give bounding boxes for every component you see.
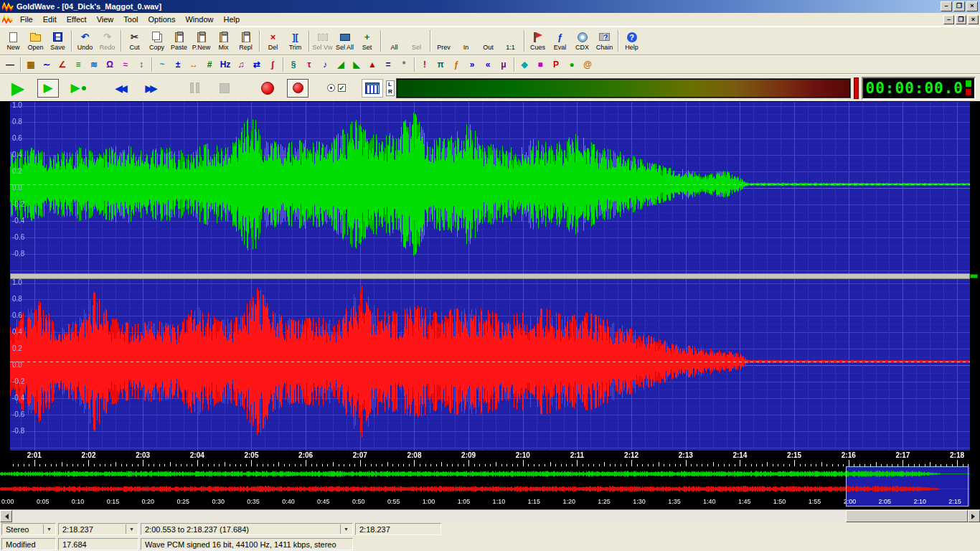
menu-item-tool[interactable]: Tool: [118, 14, 143, 25]
set-selection-button[interactable]: +Set: [356, 28, 378, 55]
zoom-all-button[interactable]: All: [383, 28, 405, 55]
scroll-left-button[interactable]: [0, 510, 12, 522]
offset-button[interactable]: ±: [170, 57, 186, 72]
copy-button[interactable]: Copy: [146, 28, 168, 55]
zoom-previous-button[interactable]: Prev: [433, 28, 455, 55]
play-from-button[interactable]: ▶: [65, 77, 92, 99]
open-button[interactable]: Open: [24, 28, 47, 55]
play-button[interactable]: ▶: [4, 77, 32, 99]
expression-button[interactable]: ƒ: [448, 57, 464, 72]
select-all-button[interactable]: Sel All: [334, 28, 356, 55]
zoom-1-1-button[interactable]: 1:1: [499, 28, 522, 55]
child-close-button[interactable]: ×: [968, 15, 979, 24]
child-restore-button[interactable]: ❐: [956, 15, 966, 24]
smoother-button[interactable]: §: [286, 57, 301, 72]
replace-button[interactable]: Repl: [235, 28, 257, 55]
resample-button[interactable]: Hz: [217, 57, 233, 72]
record-button[interactable]: [254, 77, 281, 99]
menu-item-help[interactable]: Help: [219, 14, 245, 25]
mechanize-button[interactable]: ▦: [23, 57, 39, 72]
filter-button[interactable]: Ω: [102, 57, 118, 72]
restore-button[interactable]: ❐: [953, 1, 965, 11]
cues-button[interactable]: Cues: [527, 28, 549, 55]
levels-button[interactable]: [362, 79, 383, 98]
menu-item-effect[interactable]: Effect: [62, 14, 92, 25]
rewind-button[interactable]: ◀◀: [108, 77, 135, 99]
zoom-out-button[interactable]: Out: [477, 28, 499, 55]
horizontal-scrollbar[interactable]: [0, 509, 980, 522]
pan-button[interactable]: ↔: [186, 57, 202, 72]
fade-in-button[interactable]: ◢: [333, 57, 349, 72]
monitor-button[interactable]: ●: [564, 57, 580, 72]
scroll-right-button[interactable]: [968, 510, 980, 522]
parametric-eq-button[interactable]: π: [433, 57, 448, 72]
stereo-center-button[interactable]: ◆: [517, 57, 532, 72]
channel-splitter[interactable]: [10, 273, 970, 279]
playback-rate-button[interactable]: »: [464, 57, 480, 72]
time-warp-button[interactable]: τ: [301, 57, 317, 72]
speed-button[interactable]: «: [480, 57, 496, 72]
echo-button[interactable]: ≡: [70, 57, 86, 72]
invert-button[interactable]: ↕: [133, 57, 149, 72]
paste-button[interactable]: Paste: [168, 28, 190, 55]
child-minimize-button[interactable]: –: [943, 15, 954, 24]
splitter-grip[interactable]: [970, 274, 978, 278]
zoom-in-button[interactable]: In: [455, 28, 477, 55]
trim-button[interactable]: ][Trim: [284, 28, 306, 55]
time-ruler[interactable]: [10, 451, 970, 466]
volume-button[interactable]: ♪: [317, 57, 333, 72]
voice-over-button[interactable]: μ: [496, 57, 512, 72]
match-volume-button[interactable]: =: [380, 57, 396, 72]
help-button[interactable]: ?Help: [621, 28, 643, 55]
save-button[interactable]: Save: [47, 28, 69, 55]
pitch-button[interactable]: #: [202, 57, 217, 72]
cut-button[interactable]: ✂Cut: [123, 28, 146, 55]
doppler-button[interactable]: ∼: [39, 57, 55, 72]
fade-out-button[interactable]: ◣: [349, 57, 364, 72]
toolbar-separator: [71, 30, 72, 52]
menu-item-file[interactable]: File: [15, 14, 38, 25]
record-selection-button[interactable]: [284, 77, 311, 99]
overview-panel[interactable]: [0, 466, 980, 509]
paste-new-button[interactable]: P.New: [190, 28, 212, 55]
play-selection-button[interactable]: ▶: [34, 77, 62, 99]
undo-button[interactable]: ↶Undo: [74, 28, 96, 55]
new-button[interactable]: New: [2, 28, 24, 55]
channel-mixer-button[interactable]: ■: [532, 57, 548, 72]
mix-button[interactable]: Mix: [212, 28, 235, 55]
menu-item-window[interactable]: Window: [180, 14, 218, 25]
menu-item-view[interactable]: View: [92, 14, 119, 25]
device-radio[interactable]: [327, 84, 335, 92]
pop-click-button[interactable]: !: [417, 57, 433, 72]
dynamics-button[interactable]: ∠: [55, 57, 70, 72]
position-value: 2:18.237: [62, 525, 93, 534]
menu-item-options[interactable]: Options: [143, 14, 180, 25]
close-button[interactable]: ×: [966, 1, 978, 11]
chain-button[interactable]: Chain: [593, 28, 616, 55]
menu-item-edit[interactable]: Edit: [38, 14, 62, 25]
minimize-button[interactable]: –: [941, 1, 952, 11]
mail-button[interactable]: @: [580, 57, 595, 72]
equalizer-button[interactable]: ≋: [86, 57, 102, 72]
cue-marker-button[interactable]: P: [548, 57, 564, 72]
cdx-button[interactable]: CDX: [571, 28, 593, 55]
reverb-button[interactable]: ♫: [233, 57, 249, 72]
reverse-button[interactable]: ⇄: [249, 57, 265, 72]
silence-button[interactable]: —: [2, 57, 18, 72]
monitor-checkbox[interactable]: ✓: [338, 84, 346, 92]
interpolate-button[interactable]: ~: [154, 57, 170, 72]
delete-button[interactable]: ×Del: [262, 28, 284, 55]
fast-forward-button[interactable]: ▶▶: [138, 77, 165, 99]
noise-reduction-button[interactable]: *: [396, 57, 412, 72]
scrollbar-thumb[interactable]: [846, 510, 968, 522]
channel-mode-dropdown[interactable]: Stereo ▼: [1, 523, 56, 535]
selection-dropdown[interactable]: 2:00.553 to 2:18.237 (17.684) ▼: [141, 523, 353, 535]
toolbar-separator: [151, 57, 152, 72]
right-channel-waveform[interactable]: 1.00.80.60.40.20.0-0.2-0.4-0.6-0.8: [10, 279, 970, 451]
left-channel-waveform[interactable]: 1.00.80.60.40.20.0-0.2-0.4-0.6-0.8: [10, 102, 970, 273]
evaluate-button[interactable]: ƒEval: [549, 28, 571, 55]
max-volume-button[interactable]: ▲: [364, 57, 380, 72]
flanger-button[interactable]: ≈: [118, 57, 133, 72]
shape-volume-button[interactable]: ∫: [265, 57, 281, 72]
position-dropdown[interactable]: 2:18.237 ▼: [58, 523, 138, 535]
